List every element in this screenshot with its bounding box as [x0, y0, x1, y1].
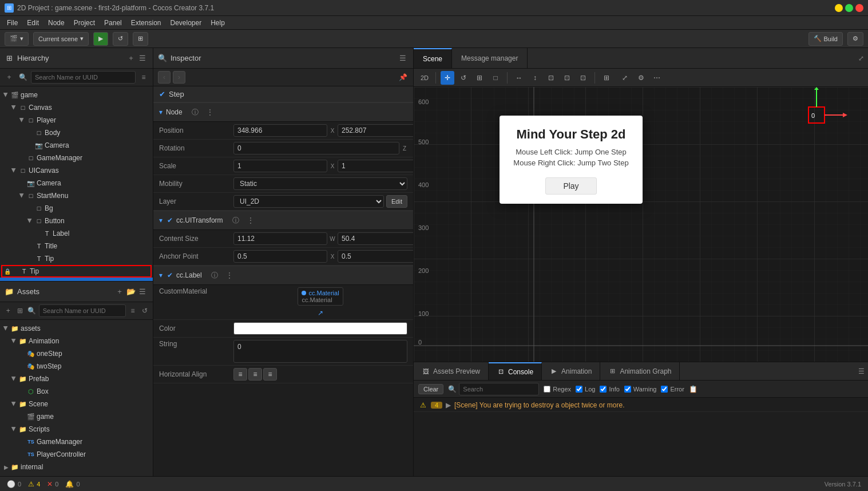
maximize-btn[interactable] [845, 4, 853, 12]
tab-assets-preview[interactable]: 🖼 Assets Preview [414, 362, 489, 380]
align-center-btn[interactable]: ≡ [248, 368, 262, 381]
menu-help[interactable]: Help [206, 18, 229, 28]
assets-add-small[interactable]: + [3, 305, 13, 316]
build-btn[interactable]: 🔨 Build [808, 32, 843, 46]
log-checkbox[interactable] [576, 386, 582, 393]
node-expand-check[interactable]: ▾ [159, 108, 162, 116]
info-checkbox[interactable] [600, 386, 607, 393]
assets-search-input[interactable] [39, 304, 126, 317]
assets-item-scene[interactable]: ▶ 📁 Scene [0, 398, 153, 410]
scale-x-input[interactable] [233, 160, 327, 172]
scene-tab-scene[interactable]: Scene [414, 48, 452, 68]
tree-item-step[interactable]: ▶ T Step [0, 278, 153, 281]
hierarchy-search-input[interactable] [31, 71, 136, 84]
tree-item-uicanvas[interactable]: ▶ □ UICanvas [0, 164, 153, 177]
hierarchy-list-btn[interactable]: ≡ [138, 72, 149, 83]
assets-item-internal[interactable]: ▶ 📁 internal [0, 461, 153, 473]
assets-item-playercontroller[interactable]: ▶ TS PlayerController [0, 448, 153, 461]
rect-tool-btn[interactable]: □ [489, 71, 502, 85]
close-btn[interactable] [855, 4, 863, 12]
cclabel-menu-btn[interactable]: ⋮ [224, 270, 235, 281]
scale-tool-btn[interactable]: ⊞ [473, 71, 486, 85]
cclabel-check[interactable]: ✔ [167, 271, 173, 279]
position-x-input[interactable] [233, 124, 327, 137]
scene-settings-btn[interactable]: ⚙ [634, 71, 648, 85]
nav-forward-btn[interactable]: › [173, 71, 185, 84]
align-left-btn[interactable]: ≡ [233, 368, 247, 381]
tree-item-uicamera[interactable]: ▶ 📷 Camera [0, 177, 153, 189]
uitransform-menu-btn[interactable]: ⋮ [245, 215, 256, 226]
refresh-btn[interactable]: ↺ [113, 32, 128, 46]
layout-btn[interactable]: ⊞ [133, 32, 148, 46]
rotate-tool-btn[interactable]: ↺ [457, 71, 470, 85]
error-checkbox[interactable] [661, 386, 668, 393]
console-search-input[interactable] [459, 383, 539, 395]
tree-item-gamemanager[interactable]: ▶ □ GameManager [0, 152, 153, 164]
scene-selector[interactable]: 🎬 ▾ [5, 32, 29, 46]
tab-console[interactable]: ⊡ Console [489, 362, 542, 380]
step-check[interactable]: ✔ [159, 90, 165, 98]
tree-item-player[interactable]: ▶ □ Player [0, 114, 153, 126]
layer-edit-btn[interactable]: Edit [386, 195, 407, 208]
align-h-btn[interactable]: ↔ [512, 71, 526, 85]
align-btn-3[interactable]: ⊡ [544, 71, 558, 85]
color-picker[interactable] [233, 322, 407, 335]
fullscreen-btn[interactable]: ⤢ [618, 71, 632, 85]
minimize-btn[interactable] [835, 4, 843, 12]
assets-folder-btn[interactable]: 📂 [125, 286, 137, 298]
pin-btn[interactable]: 📌 [397, 72, 409, 83]
expand-msg-arrow[interactable]: ▶ [446, 401, 451, 409]
menu-file[interactable]: File [2, 18, 22, 28]
cclabel-expand[interactable]: ▾ [159, 271, 162, 279]
scene-more-btn[interactable]: ⋯ [650, 71, 664, 85]
snap-btn[interactable]: ⊞ [600, 71, 613, 85]
assets-item-animation[interactable]: ▶ 📁 Animation [0, 335, 153, 347]
tree-item-canvas[interactable]: ▶ □ Canvas [0, 101, 153, 114]
rotation-z-input[interactable] [233, 142, 399, 155]
tree-item-label[interactable]: ▶ T Label [0, 227, 153, 240]
tab-animation[interactable]: ▶ Animation [542, 362, 600, 380]
anchor-y-input[interactable] [338, 250, 413, 263]
tree-item-startmenu[interactable]: ▶ □ StartMenu [0, 189, 153, 202]
assets-item-scripts[interactable]: ▶ 📁 Scripts [0, 423, 153, 435]
move-tool-btn[interactable]: ✛ [441, 71, 454, 85]
nav-back-btn[interactable]: ‹ [158, 71, 171, 84]
align-btn-5[interactable]: ⊡ [576, 71, 590, 85]
uitransform-check[interactable]: ✔ [167, 216, 173, 224]
position-y-input[interactable] [338, 124, 413, 137]
node-info-btn[interactable]: ⓘ [189, 106, 201, 118]
console-clear-btn[interactable]: Clear [418, 384, 443, 394]
assets-item-game[interactable]: ▶ 🎬 game [0, 410, 153, 423]
tree-item-title[interactable]: ▶ T Title [0, 240, 153, 252]
assets-item-box[interactable]: ▶ ⬡ Box [0, 385, 153, 398]
anchor-x-input[interactable] [233, 250, 327, 263]
hierarchy-add-small[interactable]: + [3, 72, 15, 83]
uitransform-expand[interactable]: ▾ [159, 216, 162, 224]
preview-play-btn[interactable]: Play [545, 177, 596, 195]
assets-item-onestep[interactable]: ▶ 🎭 oneStep [0, 347, 153, 360]
console-notes-btn[interactable]: 📋 [689, 385, 697, 393]
tree-item-game[interactable]: ▶ 🎬 game [0, 89, 153, 101]
assets-menu-btn[interactable]: ☰ [137, 286, 148, 298]
assets-refresh-btn[interactable]: ↺ [140, 305, 149, 316]
play-btn[interactable]: ▶ [93, 32, 108, 46]
settings-btn[interactable]: ⚙ [847, 32, 863, 46]
tree-item-tip1[interactable]: ▶ T Tip [0, 252, 153, 265]
scene-tab-message[interactable]: Message manager [452, 48, 528, 68]
current-scene-btn[interactable]: Current scene ▾ [33, 32, 89, 46]
assets-item-assets[interactable]: ▶ 📁 assets [0, 322, 153, 335]
tab-animation-graph[interactable]: ⊞ Animation Graph [600, 362, 680, 380]
scene-viewport[interactable]: 600 500 400 300 200 100 0 -1000 0 100 20… [414, 87, 868, 362]
layer-select[interactable]: UI_2D [233, 195, 384, 208]
assets-add-btn[interactable]: + [114, 286, 125, 298]
assets-item-gamemanager[interactable]: ▶ TS GameManager [0, 435, 153, 448]
material-link-btn[interactable]: ↗ [318, 309, 323, 317]
uitransform-info-btn[interactable]: ⓘ [230, 215, 241, 226]
tree-item-tip2[interactable]: 🔒 ▶ T Tip [1, 265, 152, 278]
content-size-h-input[interactable] [338, 232, 413, 245]
align-right-btn[interactable]: ≡ [263, 368, 277, 381]
cclabel-info-btn[interactable]: ⓘ [209, 270, 220, 281]
menu-panel[interactable]: Panel [100, 18, 126, 28]
tree-item-body[interactable]: ▶ □ Body [0, 126, 153, 139]
bottom-expand-btn[interactable]: ☰ [854, 365, 868, 378]
